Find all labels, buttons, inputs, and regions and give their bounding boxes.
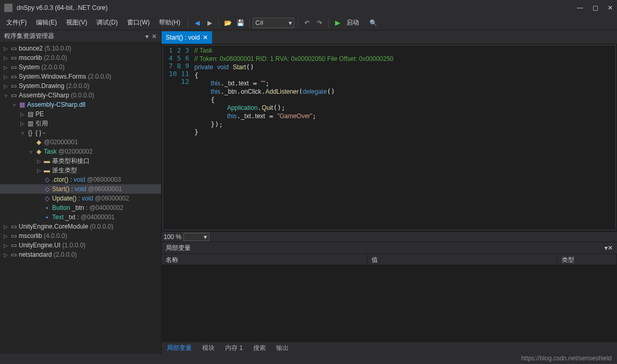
tree-arrow-icon[interactable]: ▷	[35, 168, 43, 173]
menu-debug[interactable]: 调试(D)	[92, 17, 122, 28]
tree-arrow-icon[interactable]: ▷	[2, 252, 9, 258]
editor-pane: Start() : void ✕ 1 2 3 4 5 6 7 8 9 10 11…	[162, 30, 617, 354]
tree-row[interactable]: ▷▭UnityEngine.CoreModule (0.0.0.0)	[0, 222, 161, 231]
tree-arrow-icon[interactable]: ▷	[19, 111, 26, 117]
tree-label: Update() : void @06000002	[52, 195, 129, 202]
tree-label: { } -	[35, 129, 45, 136]
tree-arrow-icon[interactable]: ▷	[19, 121, 26, 127]
tree-row[interactable]: ▷▭mscorlib (4.0.0.0)	[0, 231, 161, 241]
menu-window[interactable]: 窗口(W)	[123, 17, 154, 28]
zoom-value: 100 %	[164, 233, 181, 241]
tree-label: Assembly-CSharp (0.0.0.0)	[19, 92, 94, 99]
tree-row[interactable]: ◇.ctor() : void @06000003	[0, 175, 161, 184]
tree-row[interactable]: ▪Text _txt : @04000001	[0, 212, 161, 222]
assembly-tree[interactable]: ▷▭bounce2 (5.10.0.0)▷▭mscorlib (2.0.0.0)…	[0, 43, 161, 354]
menu-file[interactable]: 文件(F)	[2, 17, 31, 28]
editor-tab-active[interactable]: Start() : void ✕	[162, 31, 212, 44]
tree-arrow-icon[interactable]: ▿	[19, 130, 26, 136]
menu-help[interactable]: 帮助(H)	[155, 17, 184, 28]
locals-body	[162, 265, 617, 342]
asm-icon: ▭	[9, 64, 18, 71]
language-combo[interactable]: C#▾	[253, 18, 294, 28]
tree-arrow-icon[interactable]: ▿	[27, 149, 34, 155]
bottom-tab-output[interactable]: 输出	[271, 342, 294, 354]
tree-arrow-icon[interactable]: ▷	[2, 74, 9, 80]
tree-arrow-icon[interactable]: ▷	[2, 233, 9, 239]
tree-row[interactable]: ▷▭mscorlib (2.0.0.0)	[0, 53, 161, 62]
tree-label: 引用	[35, 119, 48, 128]
tree-row[interactable]: ◇Start() : void @06000001	[0, 184, 161, 194]
col-name[interactable]: 名称	[162, 254, 367, 265]
tree-label: mscorlib (4.0.0.0)	[19, 232, 67, 240]
cls-icon: ◆	[34, 148, 43, 155]
menu-edit[interactable]: 编辑(E)	[32, 17, 61, 28]
code-content[interactable]: // Task // Token: 0x06000001 RID: 1 RVA:…	[194, 45, 615, 230]
maximize-button[interactable]: ▢	[593, 4, 598, 11]
open-button[interactable]: 📂	[222, 17, 233, 29]
editor-tabbar: Start() : void ✕	[162, 30, 617, 44]
menu-view[interactable]: 视图(V)	[62, 17, 91, 28]
col-type[interactable]: 类型	[558, 254, 617, 265]
search-button[interactable]: 🔍	[367, 17, 379, 29]
tree-row[interactable]: ▷▭netstandard (2.0.0.0)	[0, 250, 161, 259]
tree-label: System.Drawing (2.0.0.0)	[19, 82, 89, 90]
tree-row[interactable]: ◆ @02000001	[0, 137, 161, 147]
code-editor[interactable]: 1 2 3 4 5 6 7 8 9 10 11 12 // Task // To…	[163, 45, 616, 230]
tree-arrow-icon[interactable]: ▷	[2, 46, 9, 52]
tree-row[interactable]: ▿▭Assembly-CSharp (0.0.0.0)	[0, 91, 161, 100]
tree-row[interactable]: ▷▭bounce2 (5.10.0.0)	[0, 44, 161, 53]
tree-row[interactable]: ▷▬派生类型	[0, 166, 161, 175]
tree-arrow-icon[interactable]: ▿	[10, 102, 18, 108]
bottom-tab-memory[interactable]: 内存 1	[220, 342, 248, 354]
tree-row[interactable]: ▪Button _btn : @04000002	[0, 203, 161, 212]
tree-row[interactable]: ▷▭System.Drawing (2.0.0.0)	[0, 81, 161, 91]
nav-back-button[interactable]: ◀	[191, 17, 203, 29]
tree-arrow-icon[interactable]: ▷	[2, 65, 9, 70]
redo-button[interactable]: ↷	[314, 17, 325, 29]
tree-arrow-icon[interactable]: ▷	[2, 83, 9, 89]
tree-arrow-icon[interactable]: ▷	[2, 224, 9, 230]
locals-close-icon[interactable]: ✕	[608, 244, 613, 252]
tree-row[interactable]: ▷▥引用	[0, 119, 161, 128]
tree-row[interactable]: ▷▭System (2.0.0.0)	[0, 62, 161, 72]
tree-row[interactable]: ▿◆Task @02000002	[0, 147, 161, 156]
minimize-button[interactable]: —	[577, 4, 583, 11]
tree-row[interactable]: ▷▬基类型和接口	[0, 156, 161, 166]
tree-row[interactable]: ▷▤PE	[0, 109, 161, 119]
pane-dropdown-icon[interactable]: ▾	[145, 33, 149, 40]
zoom-combo[interactable]: ▾	[183, 233, 209, 241]
bottom-tab-modules[interactable]: 模块	[197, 342, 220, 354]
undo-button[interactable]: ↶	[301, 17, 313, 29]
tree-arrow-icon[interactable]: ▷	[2, 243, 9, 248]
tree-arrow-icon[interactable]: ▷	[2, 55, 9, 61]
tree-row[interactable]: ▷▭System.Windows.Forms (2.0.0.0)	[0, 72, 161, 81]
watermark: https://blog.csdn.net/senseshield	[521, 355, 612, 362]
bottom-tab-search[interactable]: 搜索	[248, 342, 271, 354]
line-gutter: 1 2 3 4 5 6 7 8 9 10 11 12	[163, 45, 194, 230]
tree-row[interactable]: ▷▭UnityEngine.UI (1.0.0.0)	[0, 241, 161, 250]
pane-close-icon[interactable]: ✕	[152, 33, 157, 40]
save-button[interactable]: 💾	[235, 17, 246, 29]
asm-icon: ▭	[9, 73, 18, 80]
bottom-tab-locals[interactable]: 局部变量	[162, 342, 197, 354]
app-logo-icon	[4, 4, 13, 12]
tree-label: @02000001	[44, 139, 78, 146]
close-button[interactable]: ✕	[608, 4, 613, 11]
tree-row[interactable]: ▿▦Assembly-CSharp.dll	[0, 100, 161, 109]
ref-icon: ▥	[26, 120, 34, 127]
tree-row[interactable]: ◇Update() : void @06000002	[0, 194, 161, 203]
run-button[interactable]: ▶	[332, 17, 343, 29]
assembly-explorer-pane: 程序集资源管理器 ▾ ✕ ▷▭bounce2 (5.10.0.0)▷▭mscor…	[0, 30, 162, 354]
fldv-icon: ▪	[43, 214, 51, 221]
editor-tab-close-icon[interactable]: ✕	[203, 34, 208, 41]
tree-arrow-icon[interactable]: ▿	[2, 93, 9, 98]
nav-forward-button[interactable]: ▶	[204, 17, 215, 29]
run-label[interactable]: 启动	[347, 18, 359, 27]
tree-row[interactable]: ▿{}{ } -	[0, 128, 161, 137]
locals-title: 局部变量	[166, 244, 191, 253]
asm-icon: ▭	[9, 223, 18, 230]
fld-icon: ▬	[43, 157, 51, 165]
col-value[interactable]: 值	[367, 254, 558, 265]
tree-label: UnityEngine.CoreModule (0.0.0.0)	[19, 223, 113, 230]
tree-arrow-icon[interactable]: ▷	[35, 158, 43, 164]
